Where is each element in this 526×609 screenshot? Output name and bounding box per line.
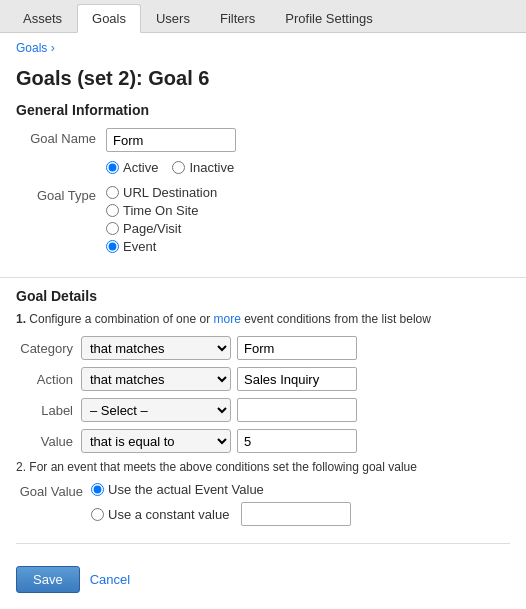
- status-controls: Active Inactive: [106, 160, 510, 175]
- breadcrumb-link[interactable]: Goals: [16, 41, 47, 55]
- goal-type-event-label: Event: [123, 239, 156, 254]
- goal-type-time[interactable]: Time On Site: [106, 203, 510, 218]
- goal-type-time-radio[interactable]: [106, 204, 119, 217]
- constant-value-input[interactable]: [241, 502, 351, 526]
- breadcrumb: Goals ›: [0, 33, 526, 63]
- goal-details-title: Goal Details: [16, 288, 510, 304]
- label-select[interactable]: – Select – that matches that does not ma…: [81, 398, 231, 422]
- goal-type-event-radio[interactable]: [106, 240, 119, 253]
- instruction-2: 2. For an event that meets the above con…: [16, 460, 510, 474]
- status-label: [16, 160, 106, 163]
- instruction-1: 1. Configure a combination of one or mor…: [16, 312, 510, 326]
- goal-name-input[interactable]: [106, 128, 236, 152]
- general-info-title: General Information: [16, 102, 510, 118]
- button-row: Save Cancel: [0, 554, 526, 605]
- use-constant-value-radio[interactable]: [91, 508, 104, 521]
- goal-type-page-radio[interactable]: [106, 222, 119, 235]
- goal-value-label: Goal Value: [16, 482, 91, 499]
- active-label: Active: [123, 160, 158, 175]
- goal-type-time-label: Time On Site: [123, 203, 198, 218]
- category-select[interactable]: that matches that does not match contain…: [81, 336, 231, 360]
- goal-type-row: Goal Type URL Destination Time On Site P…: [16, 185, 510, 257]
- goal-type-page[interactable]: Page/Visit: [106, 221, 510, 236]
- label-row: Label – Select – that matches that does …: [16, 398, 510, 422]
- inactive-radio[interactable]: [172, 161, 185, 174]
- value-select[interactable]: that is equal to that is greater than th…: [81, 429, 231, 453]
- active-radio[interactable]: [106, 161, 119, 174]
- label-label: Label: [16, 403, 81, 418]
- general-info-section: General Information Goal Name Active Ina…: [0, 102, 526, 278]
- value-label: Value: [16, 434, 81, 449]
- goal-type-url-label: URL Destination: [123, 185, 217, 200]
- goal-type-page-label: Page/Visit: [123, 221, 181, 236]
- use-constant-value-option: Use a constant value: [91, 502, 510, 526]
- goal-name-row: Goal Name: [16, 128, 510, 152]
- goal-details-section: Goal Details 1. Configure a combination …: [0, 288, 526, 543]
- use-event-value-text: Use the actual Event Value: [108, 482, 264, 497]
- nav-tabs: Assets Goals Users Filters Profile Setti…: [0, 0, 526, 33]
- use-event-value-radio[interactable]: [91, 483, 104, 496]
- tab-profile-settings[interactable]: Profile Settings: [270, 4, 387, 33]
- goal-type-url-radio[interactable]: [106, 186, 119, 199]
- goal-type-controls: URL Destination Time On Site Page/Visit …: [106, 185, 510, 257]
- cancel-button[interactable]: Cancel: [90, 567, 130, 592]
- instruction-1-more: more: [213, 312, 240, 326]
- label-value-input[interactable]: [237, 398, 357, 422]
- use-constant-value-label[interactable]: Use a constant value: [91, 507, 229, 522]
- goal-name-label: Goal Name: [16, 128, 106, 146]
- page-title: Goals (set 2): Goal 6: [0, 63, 526, 102]
- value-row: Value that is equal to that is greater t…: [16, 429, 510, 453]
- inactive-option[interactable]: Inactive: [172, 160, 234, 175]
- use-event-value-option: Use the actual Event Value: [91, 482, 510, 497]
- value-value-input[interactable]: [237, 429, 357, 453]
- instruction-1-num: 1.: [16, 312, 26, 326]
- action-select[interactable]: that matches that does not match contain…: [81, 367, 231, 391]
- action-row: Action that matches that does not match …: [16, 367, 510, 391]
- action-label: Action: [16, 372, 81, 387]
- goal-type-event[interactable]: Event: [106, 239, 510, 254]
- category-value-input[interactable]: [237, 336, 357, 360]
- tab-filters[interactable]: Filters: [205, 4, 270, 33]
- use-event-value-label[interactable]: Use the actual Event Value: [91, 482, 264, 497]
- goal-value-row: Goal Value Use the actual Event Value Us…: [16, 482, 510, 531]
- goal-value-options: Use the actual Event Value Use a constan…: [91, 482, 510, 531]
- goal-type-url[interactable]: URL Destination: [106, 185, 510, 200]
- action-value-input[interactable]: [237, 367, 357, 391]
- category-label: Category: [16, 341, 81, 356]
- tab-goals[interactable]: Goals: [77, 4, 141, 33]
- use-constant-value-text: Use a constant value: [108, 507, 229, 522]
- inactive-label: Inactive: [189, 160, 234, 175]
- tab-users[interactable]: Users: [141, 4, 205, 33]
- goal-type-label: Goal Type: [16, 185, 106, 203]
- category-row: Category that matches that does not matc…: [16, 336, 510, 360]
- active-option[interactable]: Active: [106, 160, 158, 175]
- status-row: Active Inactive: [16, 160, 510, 177]
- instruction-2-num: 2.: [16, 460, 26, 474]
- tab-assets[interactable]: Assets: [8, 4, 77, 33]
- goal-name-controls: [106, 128, 510, 152]
- save-button[interactable]: Save: [16, 566, 80, 593]
- divider: [16, 543, 510, 544]
